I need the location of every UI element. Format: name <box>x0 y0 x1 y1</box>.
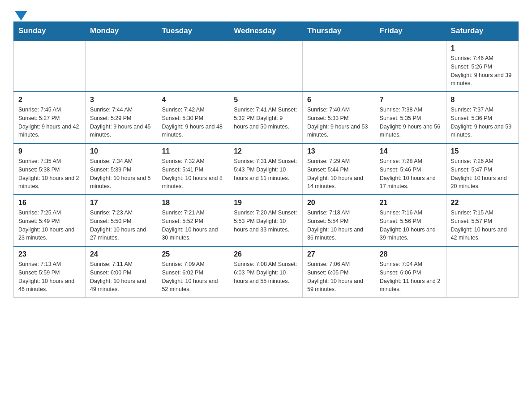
calendar-cell: 4Sunrise: 7:42 AM Sunset: 5:30 PM Daylig… <box>157 92 229 143</box>
day-info: Sunrise: 7:18 AM Sunset: 5:54 PM Dayligh… <box>307 209 370 242</box>
day-number: 21 <box>380 199 442 207</box>
day-info: Sunrise: 7:25 AM Sunset: 5:49 PM Dayligh… <box>18 209 81 242</box>
calendar-cell: 12Sunrise: 7:31 AM Sunset: 5:43 PM Dayli… <box>229 143 303 195</box>
weekday-header-sunday: Sunday <box>14 22 86 41</box>
calendar-cell: 28Sunrise: 7:04 AM Sunset: 6:06 PM Dayli… <box>375 246 446 298</box>
day-info: Sunrise: 7:23 AM Sunset: 5:50 PM Dayligh… <box>90 209 152 242</box>
day-number: 19 <box>234 199 298 207</box>
day-number: 2 <box>18 96 81 104</box>
day-number: 16 <box>18 199 81 207</box>
day-info: Sunrise: 7:40 AM Sunset: 5:33 PM Dayligh… <box>307 106 370 139</box>
day-info: Sunrise: 7:13 AM Sunset: 5:59 PM Dayligh… <box>18 260 81 294</box>
weekday-header-saturday: Saturday <box>446 22 518 41</box>
weekday-header-tuesday: Tuesday <box>157 22 229 41</box>
calendar-cell: 25Sunrise: 7:09 AM Sunset: 6:02 PM Dayli… <box>157 246 229 298</box>
day-info: Sunrise: 7:21 AM Sunset: 5:52 PM Dayligh… <box>162 209 224 242</box>
calendar-table: SundayMondayTuesdayWednesdayThursdayFrid… <box>13 21 519 298</box>
calendar-cell: 24Sunrise: 7:11 AM Sunset: 6:00 PM Dayli… <box>86 246 157 298</box>
day-info: Sunrise: 7:34 AM Sunset: 5:39 PM Dayligh… <box>90 157 152 191</box>
calendar-cell: 6Sunrise: 7:40 AM Sunset: 5:33 PM Daylig… <box>302 92 375 143</box>
day-info: Sunrise: 7:45 AM Sunset: 5:27 PM Dayligh… <box>18 106 81 139</box>
calendar-cell: 2Sunrise: 7:45 AM Sunset: 5:27 PM Daylig… <box>14 92 86 143</box>
calendar-cell <box>375 40 446 92</box>
day-info: Sunrise: 7:31 AM Sunset: 5:43 PM Dayligh… <box>234 157 298 182</box>
day-info: Sunrise: 7:11 AM Sunset: 6:00 PM Dayligh… <box>90 260 152 294</box>
calendar-cell: 20Sunrise: 7:18 AM Sunset: 5:54 PM Dayli… <box>302 195 375 246</box>
calendar-cell: 8Sunrise: 7:37 AM Sunset: 5:36 PM Daylig… <box>446 92 518 143</box>
calendar-week-5: 23Sunrise: 7:13 AM Sunset: 5:59 PM Dayli… <box>14 246 519 298</box>
day-info: Sunrise: 7:46 AM Sunset: 5:26 PM Dayligh… <box>451 54 514 88</box>
calendar-cell: 21Sunrise: 7:16 AM Sunset: 5:56 PM Dayli… <box>375 195 446 246</box>
logo-arrow-icon <box>15 11 27 21</box>
day-info: Sunrise: 7:16 AM Sunset: 5:56 PM Dayligh… <box>380 209 442 242</box>
day-number: 24 <box>90 250 152 258</box>
day-info: Sunrise: 7:38 AM Sunset: 5:35 PM Dayligh… <box>380 106 442 139</box>
day-info: Sunrise: 7:35 AM Sunset: 5:38 PM Dayligh… <box>18 157 81 191</box>
calendar-cell: 1Sunrise: 7:46 AM Sunset: 5:26 PM Daylig… <box>446 40 518 92</box>
day-info: Sunrise: 7:20 AM Sunset: 5:53 PM Dayligh… <box>234 209 298 234</box>
day-info: Sunrise: 7:41 AM Sunset: 5:32 PM Dayligh… <box>234 106 298 131</box>
day-number: 14 <box>380 147 442 155</box>
calendar-cell: 23Sunrise: 7:13 AM Sunset: 5:59 PM Dayli… <box>14 246 86 298</box>
day-info: Sunrise: 7:28 AM Sunset: 5:46 PM Dayligh… <box>380 157 442 191</box>
day-number: 20 <box>307 199 370 207</box>
day-number: 18 <box>162 199 224 207</box>
calendar-cell: 17Sunrise: 7:23 AM Sunset: 5:50 PM Dayli… <box>86 195 157 246</box>
weekday-header-wednesday: Wednesday <box>229 22 303 41</box>
weekday-header-monday: Monday <box>86 22 157 41</box>
calendar-week-3: 9Sunrise: 7:35 AM Sunset: 5:38 PM Daylig… <box>14 143 519 195</box>
day-number: 10 <box>90 147 152 155</box>
day-info: Sunrise: 7:15 AM Sunset: 5:57 PM Dayligh… <box>451 209 514 242</box>
page-header <box>13 9 519 17</box>
calendar-week-2: 2Sunrise: 7:45 AM Sunset: 5:27 PM Daylig… <box>14 92 519 143</box>
day-info: Sunrise: 7:04 AM Sunset: 6:06 PM Dayligh… <box>380 260 442 294</box>
day-number: 5 <box>234 96 298 104</box>
day-number: 13 <box>307 147 370 155</box>
day-info: Sunrise: 7:37 AM Sunset: 5:36 PM Dayligh… <box>451 106 514 139</box>
calendar-cell: 10Sunrise: 7:34 AM Sunset: 5:39 PM Dayli… <box>86 143 157 195</box>
calendar-cell: 14Sunrise: 7:28 AM Sunset: 5:46 PM Dayli… <box>375 143 446 195</box>
calendar-cell: 9Sunrise: 7:35 AM Sunset: 5:38 PM Daylig… <box>14 143 86 195</box>
calendar-cell: 7Sunrise: 7:38 AM Sunset: 5:35 PM Daylig… <box>375 92 446 143</box>
day-info: Sunrise: 7:32 AM Sunset: 5:41 PM Dayligh… <box>162 157 224 191</box>
day-number: 11 <box>162 147 224 155</box>
calendar-cell <box>229 40 303 92</box>
day-number: 3 <box>90 96 152 104</box>
calendar-cell: 26Sunrise: 7:08 AM Sunset: 6:03 PM Dayli… <box>229 246 303 298</box>
calendar-cell: 18Sunrise: 7:21 AM Sunset: 5:52 PM Dayli… <box>157 195 229 246</box>
day-number: 27 <box>307 250 370 258</box>
day-info: Sunrise: 7:09 AM Sunset: 6:02 PM Dayligh… <box>162 260 224 294</box>
day-number: 7 <box>380 96 442 104</box>
day-number: 15 <box>451 147 514 155</box>
weekday-header-row: SundayMondayTuesdayWednesdayThursdayFrid… <box>14 22 519 41</box>
weekday-header-friday: Friday <box>375 22 446 41</box>
calendar-cell: 22Sunrise: 7:15 AM Sunset: 5:57 PM Dayli… <box>446 195 518 246</box>
day-info: Sunrise: 7:08 AM Sunset: 6:03 PM Dayligh… <box>234 260 298 285</box>
calendar-cell: 5Sunrise: 7:41 AM Sunset: 5:32 PM Daylig… <box>229 92 303 143</box>
day-info: Sunrise: 7:42 AM Sunset: 5:30 PM Dayligh… <box>162 106 224 139</box>
weekday-header-thursday: Thursday <box>302 22 375 41</box>
calendar-week-4: 16Sunrise: 7:25 AM Sunset: 5:49 PM Dayli… <box>14 195 519 246</box>
day-info: Sunrise: 7:29 AM Sunset: 5:44 PM Dayligh… <box>307 157 370 191</box>
calendar-week-1: 1Sunrise: 7:46 AM Sunset: 5:26 PM Daylig… <box>14 40 519 92</box>
day-number: 8 <box>451 96 514 104</box>
day-info: Sunrise: 7:06 AM Sunset: 6:05 PM Dayligh… <box>307 260 370 294</box>
calendar-cell <box>302 40 375 92</box>
day-number: 26 <box>234 250 298 258</box>
logo-general-text <box>13 9 27 19</box>
logo <box>13 9 27 17</box>
calendar-cell: 27Sunrise: 7:06 AM Sunset: 6:05 PM Dayli… <box>302 246 375 298</box>
calendar-cell: 15Sunrise: 7:26 AM Sunset: 5:47 PM Dayli… <box>446 143 518 195</box>
day-number: 1 <box>451 44 514 52</box>
day-number: 25 <box>162 250 224 258</box>
day-number: 9 <box>18 147 81 155</box>
calendar-cell: 16Sunrise: 7:25 AM Sunset: 5:49 PM Dayli… <box>14 195 86 246</box>
calendar-cell: 11Sunrise: 7:32 AM Sunset: 5:41 PM Dayli… <box>157 143 229 195</box>
calendar-cell <box>86 40 157 92</box>
calendar-cell: 19Sunrise: 7:20 AM Sunset: 5:53 PM Dayli… <box>229 195 303 246</box>
day-number: 28 <box>380 250 442 258</box>
calendar-cell: 13Sunrise: 7:29 AM Sunset: 5:44 PM Dayli… <box>302 143 375 195</box>
day-number: 4 <box>162 96 224 104</box>
day-number: 12 <box>234 147 298 155</box>
calendar-cell: 3Sunrise: 7:44 AM Sunset: 5:29 PM Daylig… <box>86 92 157 143</box>
